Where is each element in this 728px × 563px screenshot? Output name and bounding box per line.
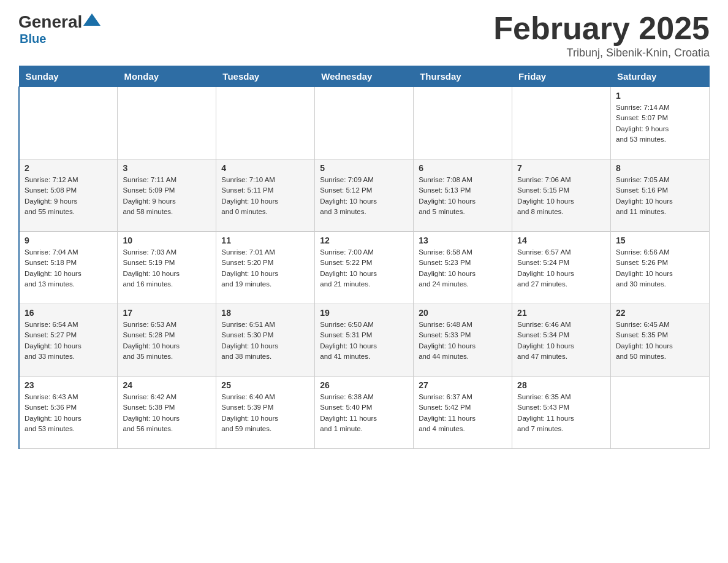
week-row-4: 16Sunrise: 6:54 AM Sunset: 5:27 PM Dayli… — [19, 304, 710, 377]
calendar-cell: 8Sunrise: 7:05 AM Sunset: 5:16 PM Daylig… — [611, 159, 710, 232]
day-info: Sunrise: 6:46 AM Sunset: 5:34 PM Dayligh… — [517, 320, 605, 362]
header-sunday: Sunday — [19, 66, 118, 87]
day-info: Sunrise: 6:57 AM Sunset: 5:24 PM Dayligh… — [517, 247, 605, 289]
calendar-cell: 24Sunrise: 6:42 AM Sunset: 5:38 PM Dayli… — [118, 377, 216, 449]
day-number: 14 — [517, 236, 605, 245]
day-number: 4 — [221, 163, 309, 173]
day-info: Sunrise: 6:50 AM Sunset: 5:31 PM Dayligh… — [320, 320, 408, 362]
calendar-cell: 25Sunrise: 6:40 AM Sunset: 5:39 PM Dayli… — [216, 377, 315, 449]
day-info: Sunrise: 6:37 AM Sunset: 5:42 PM Dayligh… — [419, 392, 507, 434]
day-info: Sunrise: 6:56 AM Sunset: 5:26 PM Dayligh… — [616, 247, 704, 289]
day-number: 26 — [320, 380, 408, 390]
calendar-cell — [414, 87, 512, 159]
calendar-cell: 17Sunrise: 6:53 AM Sunset: 5:28 PM Dayli… — [118, 304, 216, 377]
calendar-cell: 27Sunrise: 6:37 AM Sunset: 5:42 PM Dayli… — [414, 377, 512, 449]
day-info: Sunrise: 7:14 AM Sunset: 5:07 PM Dayligh… — [616, 102, 704, 145]
month-title: February 2025 — [493, 12, 710, 44]
calendar-cell — [19, 87, 118, 159]
title-section: February 2025 Tribunj, Sibenik-Knin, Cro… — [493, 12, 710, 59]
calendar-cell: 28Sunrise: 6:35 AM Sunset: 5:43 PM Dayli… — [512, 377, 611, 449]
day-number: 17 — [123, 308, 211, 318]
day-number: 8 — [616, 163, 704, 173]
header-wednesday: Wednesday — [315, 66, 414, 87]
day-number: 16 — [25, 308, 112, 318]
day-number: 5 — [320, 163, 408, 173]
header-saturday: Saturday — [611, 66, 710, 87]
day-number: 2 — [25, 163, 112, 173]
day-info: Sunrise: 7:11 AM Sunset: 5:09 PM Dayligh… — [123, 175, 211, 217]
day-number: 11 — [221, 236, 309, 245]
day-info: Sunrise: 6:54 AM Sunset: 5:27 PM Dayligh… — [25, 320, 112, 362]
day-number: 28 — [517, 380, 605, 390]
day-info: Sunrise: 7:08 AM Sunset: 5:13 PM Dayligh… — [419, 175, 507, 217]
day-number: 22 — [616, 308, 704, 318]
calendar-cell: 18Sunrise: 6:51 AM Sunset: 5:30 PM Dayli… — [216, 304, 315, 377]
day-number: 13 — [419, 236, 507, 245]
calendar-cell: 22Sunrise: 6:45 AM Sunset: 5:35 PM Dayli… — [611, 304, 710, 377]
day-number: 3 — [123, 163, 211, 173]
calendar-cell: 23Sunrise: 6:43 AM Sunset: 5:36 PM Dayli… — [19, 377, 118, 449]
week-row-3: 9Sunrise: 7:04 AM Sunset: 5:18 PM Daylig… — [19, 232, 710, 304]
calendar-cell: 6Sunrise: 7:08 AM Sunset: 5:13 PM Daylig… — [414, 159, 512, 232]
day-number: 7 — [517, 163, 605, 173]
page-header: General Blue February 2025 Tribunj, Sibe… — [18, 12, 710, 59]
calendar-cell: 1Sunrise: 7:14 AM Sunset: 5:07 PM Daylig… — [611, 87, 710, 159]
calendar-cell: 13Sunrise: 6:58 AM Sunset: 5:23 PM Dayli… — [414, 232, 512, 304]
day-info: Sunrise: 6:38 AM Sunset: 5:40 PM Dayligh… — [320, 392, 408, 434]
header-thursday: Thursday — [414, 66, 512, 87]
day-info: Sunrise: 6:48 AM Sunset: 5:33 PM Dayligh… — [419, 320, 507, 362]
calendar-cell — [512, 87, 611, 159]
logo-flag-icon — [83, 13, 100, 26]
day-number: 12 — [320, 236, 408, 245]
day-info: Sunrise: 6:35 AM Sunset: 5:43 PM Dayligh… — [517, 392, 605, 434]
day-number: 10 — [123, 236, 211, 245]
day-info: Sunrise: 7:12 AM Sunset: 5:08 PM Dayligh… — [25, 175, 112, 217]
week-row-5: 23Sunrise: 6:43 AM Sunset: 5:36 PM Dayli… — [19, 377, 710, 449]
day-number: 9 — [25, 236, 112, 245]
day-info: Sunrise: 7:09 AM Sunset: 5:12 PM Dayligh… — [320, 175, 408, 217]
calendar-table: Sunday Monday Tuesday Wednesday Thursday… — [18, 66, 710, 449]
calendar-cell: 5Sunrise: 7:09 AM Sunset: 5:12 PM Daylig… — [315, 159, 414, 232]
calendar-cell: 19Sunrise: 6:50 AM Sunset: 5:31 PM Dayli… — [315, 304, 414, 377]
calendar-cell: 9Sunrise: 7:04 AM Sunset: 5:18 PM Daylig… — [19, 232, 118, 304]
calendar-cell: 3Sunrise: 7:11 AM Sunset: 5:09 PM Daylig… — [118, 159, 216, 232]
day-info: Sunrise: 7:10 AM Sunset: 5:11 PM Dayligh… — [221, 175, 309, 217]
day-number: 20 — [419, 308, 507, 318]
day-info: Sunrise: 6:58 AM Sunset: 5:23 PM Dayligh… — [419, 247, 507, 289]
calendar-cell: 26Sunrise: 6:38 AM Sunset: 5:40 PM Dayli… — [315, 377, 414, 449]
day-info: Sunrise: 7:01 AM Sunset: 5:20 PM Dayligh… — [221, 247, 309, 289]
day-number: 6 — [419, 163, 507, 173]
day-info: Sunrise: 6:42 AM Sunset: 5:38 PM Dayligh… — [123, 392, 211, 434]
header-monday: Monday — [118, 66, 216, 87]
day-info: Sunrise: 7:00 AM Sunset: 5:22 PM Dayligh… — [320, 247, 408, 289]
calendar-cell: 20Sunrise: 6:48 AM Sunset: 5:33 PM Dayli… — [414, 304, 512, 377]
day-number: 18 — [221, 308, 309, 318]
day-info: Sunrise: 7:03 AM Sunset: 5:19 PM Dayligh… — [123, 247, 211, 289]
calendar-cell: 4Sunrise: 7:10 AM Sunset: 5:11 PM Daylig… — [216, 159, 315, 232]
day-number: 19 — [320, 308, 408, 318]
calendar-cell — [118, 87, 216, 159]
day-number: 1 — [616, 91, 704, 101]
calendar-cell: 21Sunrise: 6:46 AM Sunset: 5:34 PM Dayli… — [512, 304, 611, 377]
day-number: 24 — [123, 380, 211, 390]
calendar-cell: 12Sunrise: 7:00 AM Sunset: 5:22 PM Dayli… — [315, 232, 414, 304]
calendar-cell: 15Sunrise: 6:56 AM Sunset: 5:26 PM Dayli… — [611, 232, 710, 304]
header-tuesday: Tuesday — [216, 66, 315, 87]
logo-blue-text: Blue — [20, 32, 46, 45]
day-number: 21 — [517, 308, 605, 318]
location-text: Tribunj, Sibenik-Knin, Croatia — [493, 47, 710, 59]
logo-general-text: General — [18, 12, 82, 32]
day-info: Sunrise: 7:06 AM Sunset: 5:15 PM Dayligh… — [517, 175, 605, 217]
header-friday: Friday — [512, 66, 611, 87]
day-info: Sunrise: 6:51 AM Sunset: 5:30 PM Dayligh… — [221, 320, 309, 362]
day-number: 25 — [221, 380, 309, 390]
day-info: Sunrise: 6:43 AM Sunset: 5:36 PM Dayligh… — [25, 392, 112, 434]
logo: General Blue — [18, 12, 100, 46]
day-number: 15 — [616, 236, 704, 245]
calendar-cell: 10Sunrise: 7:03 AM Sunset: 5:19 PM Dayli… — [118, 232, 216, 304]
weekday-header-row: Sunday Monday Tuesday Wednesday Thursday… — [19, 66, 710, 87]
calendar-cell: 14Sunrise: 6:57 AM Sunset: 5:24 PM Dayli… — [512, 232, 611, 304]
day-info: Sunrise: 7:04 AM Sunset: 5:18 PM Dayligh… — [25, 247, 112, 289]
day-info: Sunrise: 6:40 AM Sunset: 5:39 PM Dayligh… — [221, 392, 309, 434]
calendar-cell — [611, 377, 710, 449]
